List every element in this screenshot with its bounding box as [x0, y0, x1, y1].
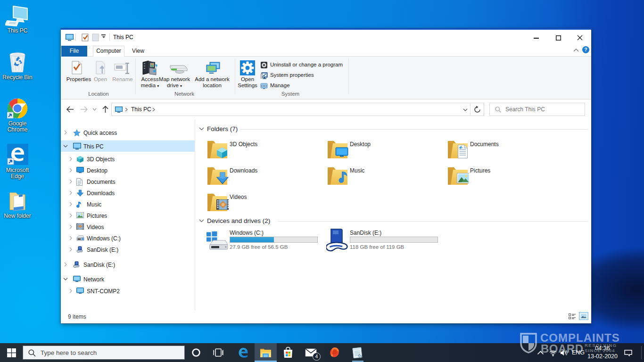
svg-text:?: ?: [584, 47, 587, 52]
